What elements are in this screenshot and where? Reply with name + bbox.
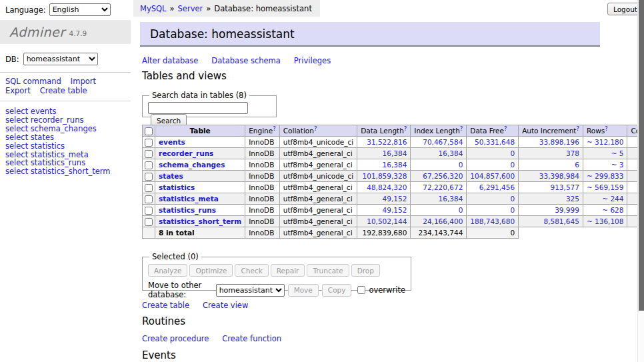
select-all-checkbox[interactable] [145,127,153,135]
tables-body: eventsInnoDButf8mb4_unicode_ci31,522,816… [143,137,644,227]
cell-auto-increment: 33,398,984 [519,171,583,182]
cell-collation: utf8mb4_unicode_ci [279,137,357,148]
optimize-button[interactable]: Optimize [189,264,233,277]
cell-collation: utf8mb4_general_ci [279,216,357,227]
sidebar-table-link-schema-changes[interactable]: schema_changes [31,124,97,133]
table-name-cell: events [155,137,245,148]
link-alter-database[interactable]: Alter database [142,56,198,65]
copy-button[interactable]: Copy [322,284,352,297]
breadcrumb-server-link[interactable]: Server [178,4,203,13]
db-select[interactable]: homeassistant [23,53,98,65]
sidebar-link-create-table[interactable]: Create table [40,86,87,95]
sidebar-select-link-schema-changes[interactable]: select [5,124,28,133]
link-create-view[interactable]: Create view [203,301,248,310]
link-privileges[interactable]: Privileges [294,56,331,65]
sidebar-select-link-events[interactable]: select [5,107,28,116]
search-fieldset: Search data in tables (8) Search [142,91,277,117]
db-action-links: Alter databaseDatabase schemaPrivileges [142,56,344,65]
cell-auto-increment: 378 [519,148,583,159]
table-row-statistics-meta: statistics_metaInnoDButf8mb4_general_ci4… [143,193,644,205]
column-help-link[interactable]: ? [404,125,407,132]
rows-link-statistics[interactable]: ~ 569,159 [587,183,624,191]
sidebar-link-export[interactable]: Export [5,86,31,95]
sidebar-select-link-statistics-runs[interactable]: select [5,158,28,167]
selected-legend: Selected (0) [149,252,201,261]
move-button[interactable]: Move [288,284,319,297]
sidebar-table-link-events[interactable]: events [31,107,57,116]
analyze-button[interactable]: Analyze [148,264,187,277]
column-help-link[interactable]: ? [605,125,608,132]
column-help-link[interactable]: ? [576,125,579,132]
cell-auto-increment: 325 [519,193,583,205]
search-input[interactable] [148,102,248,114]
sidebar-table-link-statistics-meta[interactable]: statistics_meta [31,150,89,159]
row-checkbox-statistics-runs[interactable] [145,207,153,215]
sidebar-tables: select eventsselect recorder_runsselect … [0,101,131,176]
rows-link-events[interactable]: ~ 312,180 [587,138,624,146]
row-checkbox-statistics-meta[interactable] [145,195,153,203]
sidebar-link-import[interactable]: Import [71,77,96,86]
link-create-procedure[interactable]: Create procedure [142,334,209,343]
rows-link-statistics-runs[interactable]: ~ 628 [602,206,623,214]
row-checkbox-events[interactable] [145,139,153,147]
repair-button[interactable]: Repair [271,264,305,277]
drop-button[interactable]: Drop [351,264,380,277]
rows-link-statistics-meta[interactable]: ~ 244 [602,195,623,203]
sidebar-table-link-statistics[interactable]: statistics [31,141,65,151]
scrollbar[interactable] [637,0,644,362]
page-title-text: Database: homeassistant [150,27,295,41]
cell-data-free: 0 [467,193,519,205]
rows-link-schema-changes[interactable]: ~ 3 [611,161,624,169]
check-button[interactable]: Check [235,264,268,277]
table-link-statistics-meta[interactable]: statistics_meta [159,195,219,203]
db-label: DB: [5,55,19,64]
link-database-schema[interactable]: Database schema [211,56,280,65]
rows-link-states[interactable]: ~ 299,833 [587,172,624,180]
row-checkbox-statistics[interactable] [145,184,153,192]
col-header-label: Engine [249,127,273,135]
language-select[interactable]: English [49,3,111,16]
sidebar-select-link-recorder-runs[interactable]: select [5,115,28,125]
table-link-states[interactable]: states [159,172,183,180]
cell-rows: ~ 3 [583,159,627,171]
sidebar-table-link-statistics-runs[interactable]: statistics_runs [31,158,85,167]
row-checkbox-states[interactable] [145,173,153,181]
table-link-statistics-runs[interactable]: statistics_runs [159,206,216,214]
col-header-label: Index Length [414,127,459,135]
sidebar-select-link-statistics[interactable]: select [5,141,28,151]
col-header-label: Auto Increment [522,127,576,135]
overwrite-checkbox[interactable] [357,286,365,294]
row-checkbox-cell [143,216,155,227]
sidebar-table-link-statistics-short-term[interactable]: statistics_short_term [31,167,111,176]
table-link-events[interactable]: events [159,138,185,146]
column-help-link[interactable]: ? [273,125,276,132]
column-help-link[interactable]: ? [460,125,463,132]
sidebar-table-link-recorder-runs[interactable]: recorder_runs [31,115,84,125]
table-link-statistics-short-term[interactable]: statistics_short_term [159,217,241,225]
row-checkbox-statistics-short-term[interactable] [145,218,153,226]
table-row-statistics: statisticsInnoDButf8mb4_general_ci48,824… [143,182,644,193]
link-create-table[interactable]: Create table [142,301,189,310]
table-link-schema-changes[interactable]: schema_changes [159,161,225,169]
rows-link-recorder-runs[interactable]: ~ 5 [611,149,624,157]
truncate-button[interactable]: Truncate [307,264,349,277]
sidebar-select-link-statistics-meta[interactable]: select [5,150,28,159]
breadcrumb-mysql-link[interactable]: MySQL [140,4,167,13]
sidebar-link-sql-command[interactable]: SQL command [5,77,61,86]
move-db-select[interactable]: homeassistant [216,284,285,297]
table-link-statistics[interactable]: statistics [159,183,195,191]
scrollbar-thumb[interactable] [639,0,644,311]
cell-index-length: 16,384 [411,193,467,205]
rows-link-statistics-short-term[interactable]: ~ 136,108 [587,217,624,225]
col-header-engine: Engine? [245,125,280,137]
link-create-function[interactable]: Create function [222,334,281,343]
sidebar-select-link-states[interactable]: select [5,133,28,142]
column-help-link[interactable]: ? [504,125,507,132]
sidebar-table-link-states[interactable]: states [31,133,54,142]
total-empty-cell [143,227,155,239]
row-checkbox-recorder-runs[interactable] [145,150,153,158]
column-help-link[interactable]: ? [314,125,317,132]
table-link-recorder-runs[interactable]: recorder_runs [159,149,213,157]
row-checkbox-schema-changes[interactable] [145,161,153,169]
sidebar-select-link-statistics-short-term[interactable]: select [5,167,28,176]
